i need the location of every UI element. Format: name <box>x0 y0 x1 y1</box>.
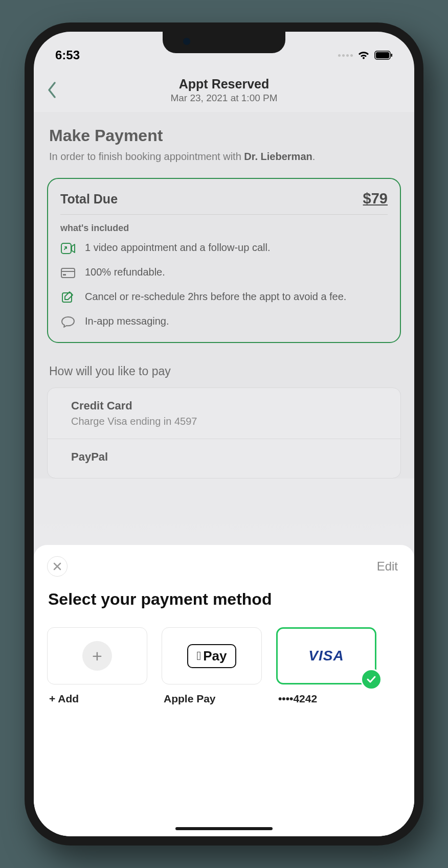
pay-option-credit-card[interactable]: Credit Card Charge Visa ending in 4597 <box>48 388 400 439</box>
phone-frame: 6:53 Appt Reserved Mar 23, 2021 at 1:00 … <box>25 22 423 846</box>
edit-icon <box>60 290 76 305</box>
total-due-amount[interactable]: $79 <box>363 190 388 207</box>
doctor-name: Dr. Lieberman <box>244 151 312 162</box>
pay-option-title: PayPal <box>71 450 382 464</box>
method-label: ••••4242 <box>276 693 376 705</box>
applepay-text: Pay <box>203 648 227 664</box>
chevron-left-icon <box>47 81 57 99</box>
included-item-messaging: In-app messaging. <box>60 314 388 330</box>
svg-rect-1 <box>376 52 389 58</box>
method-label: Apple Pay <box>162 693 262 705</box>
payment-method-add[interactable]: + + Add <box>47 627 147 705</box>
total-due-card: Total Due $79 what's included 1 video ap… <box>47 178 401 343</box>
status-time: 6:53 <box>55 48 80 62</box>
svg-rect-4 <box>61 268 75 278</box>
included-item-text: 1 video appointment and a follow-up call… <box>85 241 270 255</box>
add-card[interactable]: + <box>47 627 147 684</box>
included-item-cancel: Cancel or re-schedule 2hrs before the ap… <box>60 290 388 305</box>
included-item-text: In-app messaging. <box>85 314 169 328</box>
pay-option-subtitle: Charge Visa ending in 4597 <box>71 416 382 427</box>
device-notch <box>163 32 285 53</box>
nav-title: Appt Reserved <box>34 77 414 92</box>
payment-method-row: + + Add Pay Apple Pay VISA <box>47 627 401 705</box>
battery-icon <box>374 51 393 60</box>
video-icon <box>60 241 76 256</box>
edit-button[interactable]: Edit <box>377 559 401 574</box>
apple-logo-icon:  <box>196 649 201 663</box>
sheet-title: Select your payment method <box>47 590 401 609</box>
chat-icon <box>60 314 76 330</box>
wifi-icon <box>357 50 370 60</box>
subtitle-prefix: In order to finish booking appointment w… <box>49 151 244 162</box>
included-item-text: Cancel or re-schedule 2hrs before the ap… <box>85 290 346 304</box>
close-icon <box>53 562 62 571</box>
included-item-text: 100% refundable. <box>85 265 165 279</box>
selected-check-icon <box>361 669 382 690</box>
card-icon <box>60 265 76 281</box>
subtitle-suffix: . <box>312 151 316 162</box>
pay-method-question: How will you like to pay <box>47 343 401 387</box>
close-button[interactable] <box>47 556 68 577</box>
total-due-label: Total Due <box>60 192 118 207</box>
page-title: Make Payment <box>47 121 401 149</box>
method-label: + Add <box>47 693 147 705</box>
back-button[interactable] <box>47 79 65 101</box>
svg-rect-6 <box>63 274 66 276</box>
svg-rect-2 <box>391 54 393 57</box>
nav-header: Appt Reserved Mar 23, 2021 at 1:00 PM <box>34 67 414 112</box>
phone-screen: 6:53 Appt Reserved Mar 23, 2021 at 1:00 … <box>34 32 414 836</box>
applepay-card[interactable]: Pay <box>162 627 262 684</box>
content-area: Make Payment In order to finish booking … <box>34 112 414 478</box>
payment-method-applepay[interactable]: Pay Apple Pay <box>162 627 262 705</box>
applepay-badge: Pay <box>187 644 236 668</box>
status-right <box>338 50 393 60</box>
pay-method-list: Credit Card Charge Visa ending in 4597 P… <box>47 387 401 478</box>
included-item-video: 1 video appointment and a follow-up call… <box>60 241 388 256</box>
cellular-dots-icon <box>338 54 353 57</box>
pay-option-title: Credit Card <box>71 399 382 413</box>
plus-icon: + <box>82 641 112 671</box>
visa-card[interactable]: VISA <box>276 627 376 684</box>
page-subtitle: In order to finish booking appointment w… <box>47 149 401 164</box>
included-item-refund: 100% refundable. <box>60 265 388 281</box>
nav-subtitle: Mar 23, 2021 at 1:00 PM <box>34 93 414 104</box>
whats-included-label: what's included <box>60 223 388 234</box>
pay-option-paypal[interactable]: PayPal <box>48 439 400 478</box>
total-row: Total Due $79 <box>60 190 388 215</box>
payment-method-sheet: Edit Select your payment method + + Add … <box>34 545 414 836</box>
payment-method-visa[interactable]: VISA ••••4242 <box>276 627 376 705</box>
home-indicator[interactable] <box>175 827 273 830</box>
included-list: 1 video appointment and a follow-up call… <box>60 241 388 330</box>
visa-logo-icon: VISA <box>308 648 344 664</box>
